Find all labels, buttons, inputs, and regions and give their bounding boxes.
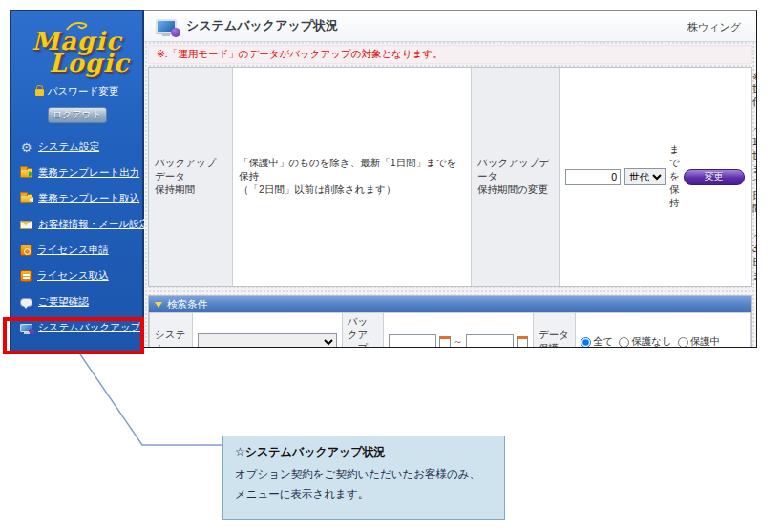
callout-line1: オプション契約をご契約いただいたお客様のみ、 — [235, 467, 493, 481]
sidebar-menu: システム設定 業務テンプレート出力 業務テンプレート取込 お客様情報・メール設定… — [11, 135, 142, 341]
radio-option[interactable]: 全て — [581, 335, 613, 348]
sidebar-item-label[interactable]: システム設定 — [38, 140, 99, 154]
sidebar-item-label[interactable]: お客様情報・メール設定 — [38, 218, 149, 231]
sidebar-item[interactable]: システム設定 — [20, 135, 142, 160]
system-select[interactable] — [198, 333, 337, 348]
retention-period-value: 「保護中」のものを除き、最新「1日間」までを保持 （「2日間」以前は削除されます… — [233, 68, 472, 286]
callout-title: ☆システムバックアップ状況 — [235, 444, 493, 460]
sidebar-item[interactable]: お客様情報・メール設定 — [20, 212, 142, 238]
folder-export-icon — [20, 168, 32, 178]
backup-date-range: ～ — [389, 334, 529, 348]
backup-title-icon — [156, 19, 177, 33]
feedback-icon — [20, 298, 32, 307]
search-bar-title: 検索条件 — [167, 298, 207, 311]
page-header: システムバックアップ状況 株ウィング — [144, 11, 756, 42]
lock-icon — [35, 89, 44, 96]
calendar-icon[interactable] — [517, 336, 528, 348]
highlight-red-box — [3, 317, 144, 354]
screenshot-stage: Magic Logic パスワード変更 ログアウト システム設定 業務テンプレー… — [0, 0, 782, 532]
gear-icon — [20, 141, 32, 154]
logout-button[interactable]: ログアウト — [48, 107, 107, 123]
sidebar-item[interactable]: ご要望確認 — [20, 289, 142, 315]
radio-input[interactable] — [678, 337, 688, 348]
retention-settings: バックアップデータ 保持期間 「保護中」のものを除き、最新「1日間」までを保持 … — [148, 67, 752, 287]
mail-icon — [20, 221, 32, 229]
search-conditions-box: 検索条件 システム バックアップ日 ～ — [148, 295, 752, 348]
backup-date-to-input[interactable] — [466, 334, 514, 348]
radio-option[interactable]: 保護なし — [619, 335, 672, 348]
page-title: システムバックアップ状況 — [186, 17, 338, 34]
sidebar-item-label[interactable]: ライセンス取込 — [37, 269, 109, 283]
retention-period-label: バックアップデータ 保持期間 — [149, 68, 233, 286]
calendar-icon[interactable] — [439, 336, 451, 348]
radio-label: 保護中 — [690, 335, 721, 348]
backup-date-from-input[interactable] — [389, 334, 436, 348]
sidebar-item-label[interactable]: ライセンス申請 — [37, 244, 109, 257]
backup-date-label: バックアップ日 — [342, 313, 383, 349]
operation-mode-notice: ※.「運用モード」のデータがバックアップの対象となります。 — [148, 45, 752, 64]
retention-note: ※. 世代：「1～10」世代まで、日間：「1～30」日間まで — [752, 71, 757, 283]
app-window: Magic Logic パスワード変更 ログアウト システム設定 業務テンプレー… — [10, 10, 757, 348]
sidebar-item[interactable]: 業務テンプレート取込 — [20, 186, 142, 212]
sidebar-item-label[interactable]: ご要望確認 — [38, 295, 89, 309]
callout-box: ☆システムバックアップ状況 オプション契約をご契約いただいたお客様のみ、 メニュ… — [222, 436, 505, 520]
radio-label: 保護なし — [631, 335, 672, 348]
system-label: システム — [150, 313, 193, 349]
radio-label: 全て — [593, 335, 613, 348]
data-protect-radio-group: 全て保護なし保護中 — [581, 335, 746, 348]
sidebar-item[interactable]: ライセンス申請 — [20, 238, 142, 264]
sidebar-item-label[interactable]: 業務テンプレート取込 — [38, 192, 139, 205]
password-change-link[interactable]: パスワード変更 — [48, 85, 118, 96]
search-form: システム バックアップ日 ～ データ保護 — [149, 312, 751, 348]
range-tilde: ～ — [454, 335, 464, 348]
unit-select[interactable]: 世代 — [624, 168, 666, 185]
retention-change-label: バックアップデータ 保持期間の変更 — [472, 68, 560, 286]
keep-suffix-label: までを保持 — [669, 143, 680, 210]
callout-line2: メニューに表示されます。 — [235, 487, 493, 501]
radio-option[interactable]: 保護中 — [678, 335, 721, 348]
sidebar: Magic Logic パスワード変更 ログアウト システム設定 業務テンプレー… — [10, 10, 144, 353]
sidebar-item[interactable]: ライセンス取込 — [20, 264, 142, 289]
search-conditions-bar: 検索条件 — [149, 296, 751, 312]
license-apply-icon — [20, 245, 32, 256]
radio-input[interactable] — [619, 337, 629, 348]
folder-import-icon — [20, 194, 32, 203]
sidebar-item-label[interactable]: 業務テンプレート出力 — [38, 166, 139, 180]
change-button[interactable]: 変更 — [684, 169, 745, 185]
password-change-row: パスワード変更 — [11, 85, 142, 98]
sidebar-item[interactable]: 業務テンプレート出力 — [20, 160, 142, 186]
main-panel: システムバックアップ状況 株ウィング ※.「運用モード」のデータがバックアップの… — [144, 10, 757, 348]
logo-line2: Logic — [11, 53, 142, 74]
filter-icon — [155, 302, 162, 308]
radio-input[interactable] — [581, 337, 591, 348]
license-import-icon — [20, 270, 32, 282]
retention-change-controls: 世代 までを保持 変更 ※. 世代：「1～10」世代まで、日間：「1～30」日間… — [560, 68, 757, 286]
generations-input[interactable] — [565, 169, 621, 185]
data-protect-label: データ保護 — [534, 313, 576, 349]
company-name: 株ウィング — [687, 20, 741, 34]
magiclogic-logo: Magic Logic — [11, 21, 142, 75]
